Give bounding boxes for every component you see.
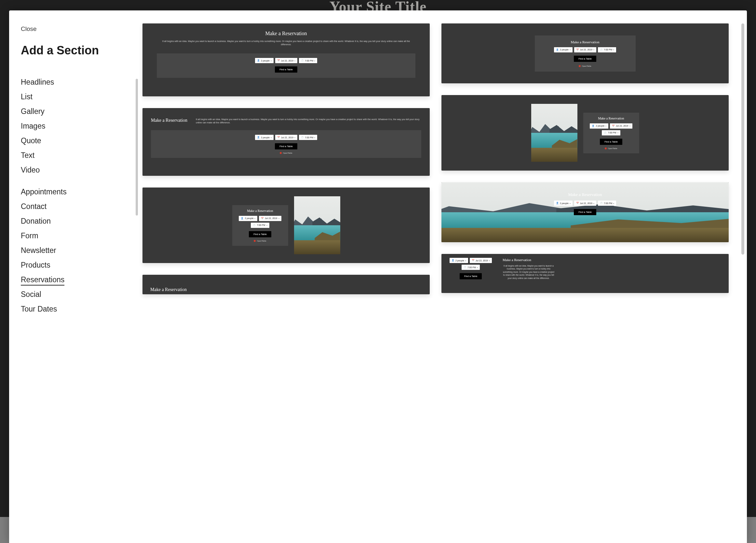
find-table-button: Find a Table [275, 143, 297, 149]
chevron-down-icon: ▾ [294, 60, 295, 62]
chevron-down-icon: ▾ [271, 60, 272, 62]
reservation-description: It all begins with an idea. Maybe you wa… [162, 40, 410, 46]
category-text[interactable]: Text [21, 148, 128, 163]
mountain-image [531, 104, 577, 162]
category-video[interactable]: Video [21, 163, 128, 177]
reservation-description: It all begins with an idea. Maybe you wa… [503, 264, 555, 280]
find-table-button: Find a Table [574, 209, 596, 215]
reservation-widget: Make a Reservation 👤2 people▾ 📅Jul 22, 2… [232, 205, 288, 246]
reservation-title: Make a Reservation [538, 40, 632, 44]
layout-card-centered-full[interactable]: Make a Reservation It all begins with an… [142, 23, 430, 96]
close-button[interactable]: Close [21, 25, 37, 33]
modal-heading: Add a Section [21, 44, 128, 57]
reservation-title: Make a Reservation [503, 258, 723, 262]
time-select: 🕐7:00 PM▾ [598, 200, 616, 206]
add-section-modal: Close Add a Section Headlines List Galle… [9, 10, 747, 543]
layout-card-cropped-left[interactable]: Make a Reservation [142, 275, 430, 294]
category-donation[interactable]: Donation [21, 214, 128, 228]
people-select: 👤2 people▾ [255, 58, 274, 63]
people-select: 👤2 people▾ [590, 123, 608, 129]
category-reservations[interactable]: Reservations [21, 273, 128, 287]
reservation-title: Make a Reservation [151, 118, 190, 124]
opentable-logo: OpenTable [235, 240, 286, 242]
opentable-logo: OpenTable [154, 152, 418, 154]
people-select: 👤2 people▾ [554, 47, 573, 52]
date-select: 📅Jul 22, 2019▾ [574, 200, 596, 206]
time-select: 🕐7:00 PM▾ [598, 47, 616, 52]
date-select: 📅Jul 22, 2019▾ [574, 47, 596, 52]
people-select: 👤2 people▾ [255, 135, 274, 140]
category-images[interactable]: Images [21, 119, 128, 133]
sidebar-scrollbar[interactable] [136, 79, 138, 215]
category-quote[interactable]: Quote [21, 133, 128, 148]
opentable-logo: OpenTable [538, 65, 632, 67]
category-products[interactable]: Products [21, 258, 128, 273]
layout-card-image-background[interactable]: Make a Reservation 👤2 people▾ 📅Jul 22, 2… [441, 182, 729, 242]
reservation-widget: Make a Reservation 👤2 people▾ 📅Jul 22, 2… [535, 35, 636, 72]
time-select: 🕐7:00 PM▾ [299, 135, 317, 140]
clock-icon: 🕐 [301, 136, 304, 139]
category-tour-dates[interactable]: Tour Dates [21, 302, 128, 317]
reservation-title: Make a Reservation [162, 31, 410, 36]
reservation-title: Make a Reservation [441, 192, 729, 197]
category-list: Headlines List Gallery Images Quote Text… [21, 75, 128, 317]
date-select: 📅Jul 22, 2019▾ [275, 135, 297, 140]
find-table-button: Find a Table [460, 273, 482, 279]
category-form[interactable]: Form [21, 228, 128, 243]
category-newsletter[interactable]: Newsletter [21, 243, 128, 258]
time-select: 🕐7:00 PM▾ [299, 58, 317, 63]
category-contact[interactable]: Contact [21, 199, 128, 214]
reservation-widget: 👤2 people▾ 📅Jul 22, 2019▾ 🕐7:00 PM▾ Find… [151, 130, 421, 158]
modal-sidebar: Close Add a Section Headlines List Galle… [9, 10, 139, 543]
clock-icon: 🕐 [301, 59, 304, 62]
date-select: 📅Jul 22, 2019▾ [470, 258, 492, 263]
find-table-button: Find a Table [600, 139, 622, 145]
mountain-image [294, 196, 340, 254]
reservation-description: It all begins with an idea. Maybe you wa… [196, 118, 421, 124]
category-headlines[interactable]: Headlines [21, 75, 128, 89]
people-select: 👤2 people▾ [239, 216, 257, 221]
people-select: 👤2 people▾ [554, 200, 573, 206]
date-select: 📅Jul 22, 2019▾ [610, 123, 632, 129]
date-select: 📅Jul 22, 2019▾ [275, 58, 297, 63]
time-select: 🕐7:00 PM▾ [602, 130, 620, 135]
content-scrollbar[interactable] [741, 23, 744, 254]
category-gallery[interactable]: Gallery [21, 104, 128, 119]
reservation-title: Make a Reservation [150, 287, 422, 292]
layout-gallery: Make a Reservation It all begins with an… [139, 10, 747, 543]
date-select: 📅Jul 22, 2019▾ [259, 216, 281, 221]
layout-card-split-text[interactable]: Make a Reservation It all begins with an… [142, 108, 430, 176]
layout-card-image-left-widget-right[interactable]: Make a Reservation 👤2 people▾ 📅Jul 22, 2… [441, 95, 729, 170]
find-table-button: Find a Table [249, 231, 271, 237]
chevron-down-icon: ▾ [314, 60, 315, 62]
time-select: 🕐7:00 PM▾ [251, 223, 269, 228]
category-social[interactable]: Social [21, 287, 128, 302]
find-table-button: Find a Table [275, 66, 297, 73]
category-list[interactable]: List [21, 89, 128, 104]
category-appointments[interactable]: Appointments [21, 184, 128, 199]
person-icon: 👤 [257, 136, 260, 139]
time-select: 🕐7:00 PM▾ [462, 265, 480, 270]
category-divider [21, 177, 128, 184]
reservation-widget: 👤2 people▾ 📅Jul 22, 2019▾ 🕐7:00 PM▾ Find… [157, 53, 415, 78]
layout-card-cropped-right[interactable]: 👤2 people▾ 📅Jul 22, 2019▾ 🕐7:00 PM▾ Find… [441, 254, 729, 293]
people-select: 👤2 people▾ [450, 258, 468, 263]
layout-card-compact-center[interactable]: Make a Reservation 👤2 people▾ 📅Jul 22, 2… [441, 23, 729, 83]
calendar-icon: 📅 [277, 59, 280, 62]
find-table-button: Find a Table [574, 56, 596, 62]
reservation-title: Make a Reservation [586, 116, 637, 120]
opentable-logo: OpenTable [586, 147, 637, 149]
reservation-title: Make a Reservation [235, 209, 286, 212]
layout-card-widget-left-image-right[interactable]: Make a Reservation 👤2 people▾ 📅Jul 22, 2… [142, 187, 430, 263]
person-icon: 👤 [257, 59, 260, 62]
calendar-icon: 📅 [277, 136, 280, 139]
reservation-widget: Make a Reservation 👤2 people▾ 📅Jul 22, 2… [583, 113, 639, 153]
